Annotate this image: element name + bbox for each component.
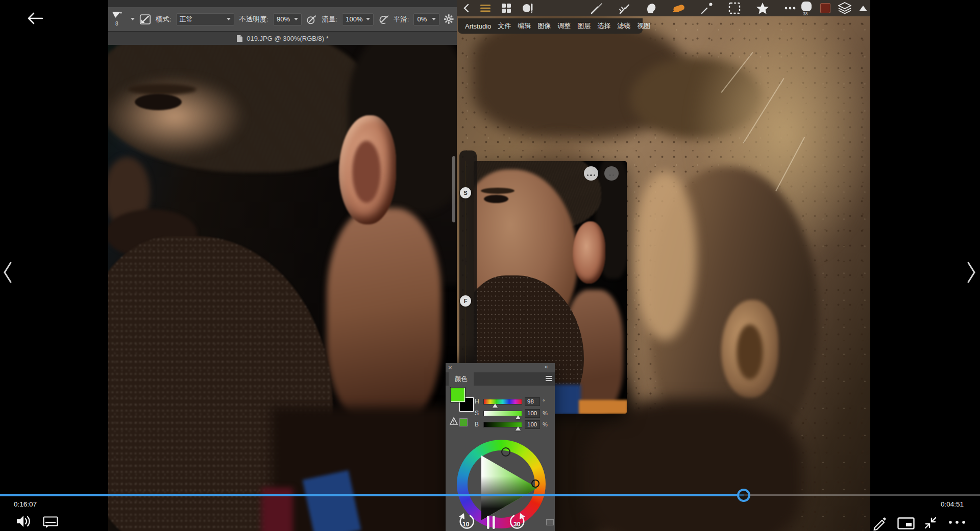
- picture-in-picture-icon[interactable]: [897, 517, 915, 529]
- menu-hamburger-icon[interactable]: [480, 4, 491, 12]
- timeline-scrubber-knob[interactable]: [737, 489, 750, 502]
- hue-slider[interactable]: [483, 399, 522, 404]
- ref-handle-button[interactable]: [604, 166, 619, 181]
- brush-preset-thumbnail[interactable]: 8: [111, 11, 123, 28]
- menu-layer[interactable]: 图层: [577, 21, 591, 31]
- hue-unit: °: [543, 398, 545, 404]
- exit-fullscreen-icon[interactable]: [923, 515, 938, 530]
- brush-size-preview[interactable]: 38: [801, 1, 813, 16]
- hue-slider-thumb[interactable]: [493, 403, 498, 408]
- brightness-unit: %: [543, 421, 548, 427]
- selection-marquee-icon[interactable]: [728, 2, 741, 14]
- eyedropper-tool-icon[interactable]: [701, 2, 713, 14]
- annotate-pencil-icon[interactable]: [872, 515, 887, 530]
- chevron-down-icon[interactable]: [131, 18, 135, 20]
- airbrush-smoothing-icon[interactable]: [378, 13, 389, 26]
- foreground-color-swatch[interactable]: [451, 388, 465, 402]
- menu-filter[interactable]: 滤镜: [617, 21, 630, 31]
- menu-adjust[interactable]: 调整: [557, 21, 571, 31]
- star-favorites-icon[interactable]: [756, 2, 769, 15]
- gamut-safe-color-swatch[interactable]: [459, 418, 468, 426]
- layers-icon[interactable]: [838, 2, 851, 14]
- hue-ring-selector[interactable]: [501, 447, 510, 457]
- collapse-panel-icon[interactable]: «: [545, 363, 548, 370]
- color-panel-tabbar: 颜色: [446, 372, 555, 386]
- next-chevron-icon[interactable]: [966, 261, 976, 284]
- menu-image[interactable]: 图像: [537, 21, 551, 31]
- gear-icon[interactable]: [444, 14, 454, 24]
- flow-slider-knob[interactable]: F: [460, 295, 471, 307]
- toolbar-tools-group: [591, 0, 796, 16]
- menu-artstudio[interactable]: Artstudio: [465, 22, 491, 30]
- ps-canvas-photo[interactable]: [108, 45, 457, 531]
- airbrush-pressure-opacity-icon[interactable]: [306, 13, 317, 26]
- menu-select[interactable]: 选择: [597, 21, 610, 31]
- document-icon: [236, 35, 243, 42]
- brightness-value-field[interactable]: 100: [525, 420, 540, 429]
- brightness-slider-thumb[interactable]: [516, 426, 521, 431]
- captions-icon[interactable]: [43, 516, 58, 528]
- ps-document-tab[interactable]: 019.JPG @ 300%(RGB/8) *: [108, 32, 457, 45]
- mode-select[interactable]: 正常: [176, 13, 235, 26]
- menu-view[interactable]: 视图: [637, 21, 650, 31]
- saturation-slider[interactable]: [483, 411, 522, 416]
- panel-resize-icon[interactable]: [546, 519, 554, 525]
- current-color-swatch[interactable]: [820, 3, 830, 13]
- hue-value-field[interactable]: 98: [525, 397, 540, 406]
- artstudio-toolbar: 38: [457, 0, 870, 16]
- wet-brush-tool-icon[interactable]: [618, 2, 630, 14]
- brush-size-value: 38: [803, 11, 807, 16]
- more-options-icon[interactable]: [948, 520, 966, 524]
- photo-eyebrow: [128, 84, 197, 95]
- triangle-selector[interactable]: [531, 479, 540, 488]
- ref-ear: [573, 221, 605, 284]
- more-tools-icon[interactable]: [785, 7, 796, 10]
- artstudio-menubar: Artstudio 文件 编辑 图像 调整 图层 选择 滤镜 视图: [458, 18, 643, 34]
- timeline-progress[interactable]: [0, 494, 744, 496]
- tools-palette-icon[interactable]: [522, 3, 534, 13]
- back-chevron-icon[interactable]: [463, 4, 469, 13]
- menu-file[interactable]: 文件: [498, 21, 511, 31]
- opacity-label: 不透明度:: [239, 15, 268, 24]
- tab-color[interactable]: 颜色: [449, 372, 474, 386]
- b-label: B: [475, 421, 481, 428]
- brightness-slider[interactable]: [483, 422, 522, 427]
- photo-ear-inner: [352, 141, 381, 203]
- paint-dark-mass: [584, 399, 804, 531]
- previous-chevron-icon[interactable]: [3, 261, 13, 284]
- painted-face-highlight: [633, 172, 697, 340]
- volume-icon[interactable]: [16, 514, 32, 528]
- photoshop-window: 8 模式: 正常 不透明度: 90%: [108, 0, 457, 531]
- ref-eye: [484, 195, 508, 203]
- saturation-slider-thumb[interactable]: [516, 415, 521, 419]
- eraser-tool-icon[interactable]: [672, 3, 685, 14]
- video-player-stage: 8 模式: 正常 不透明度: 90%: [0, 0, 980, 531]
- ps-tool-options-bar: 8 模式: 正常 不透明度: 90%: [108, 7, 457, 32]
- smooth-select[interactable]: 0%: [413, 13, 439, 26]
- panel-menu-icon[interactable]: [546, 376, 552, 382]
- gallery-grid-icon[interactable]: [502, 4, 511, 13]
- brush-settings-panel-icon[interactable]: [139, 13, 151, 26]
- chevron-down-icon: [294, 18, 298, 20]
- collapse-up-triangle-icon[interactable]: [859, 6, 867, 11]
- ellipsis-icon: [586, 169, 596, 178]
- size-slider-knob[interactable]: S: [460, 187, 471, 198]
- pause-icon[interactable]: [485, 515, 497, 529]
- brush-tool-icon[interactable]: [591, 2, 603, 14]
- ps-color-panel: × « 颜色 H 98 ° S 100: [446, 363, 555, 531]
- close-icon[interactable]: ×: [448, 364, 452, 371]
- opacity-select[interactable]: 90%: [273, 13, 302, 26]
- ps-top-strip: [108, 0, 457, 7]
- back-arrow-icon[interactable]: [27, 11, 44, 26]
- chevron-down-icon: [432, 18, 436, 20]
- smudge-tool-icon[interactable]: [646, 2, 657, 14]
- canvas-scrollbar[interactable]: [452, 156, 455, 222]
- saturation-value-field[interactable]: 100: [525, 409, 540, 418]
- menu-edit[interactable]: 编辑: [518, 21, 531, 31]
- toolbar-left-group: [463, 0, 534, 16]
- flow-label: 流量:: [322, 15, 337, 24]
- gamut-warning-icon[interactable]: [450, 417, 458, 425]
- forward-seconds: 30: [513, 521, 520, 528]
- flow-select[interactable]: 100%: [342, 13, 373, 26]
- ref-more-button[interactable]: [584, 166, 598, 181]
